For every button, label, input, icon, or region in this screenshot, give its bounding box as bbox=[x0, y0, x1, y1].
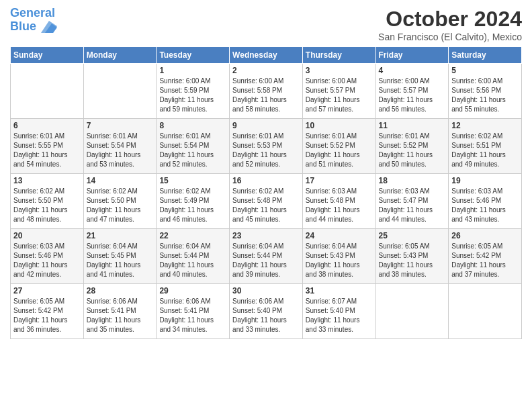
cell-w1-d7: 5Sunrise: 6:00 AM Sunset: 5:56 PM Daylig… bbox=[449, 64, 522, 119]
day-number: 27 bbox=[13, 286, 81, 295]
cell-w3-d2: 14Sunrise: 6:02 AM Sunset: 5:50 PM Dayli… bbox=[83, 174, 157, 229]
day-number: 17 bbox=[306, 176, 373, 185]
day-number: 28 bbox=[87, 286, 154, 295]
cell-w3-d4: 16Sunrise: 6:02 AM Sunset: 5:48 PM Dayli… bbox=[230, 174, 303, 229]
cell-w5-d7 bbox=[449, 284, 522, 339]
day-number: 26 bbox=[451, 231, 519, 240]
cell-info: Sunrise: 6:04 AM Sunset: 5:44 PM Dayligh… bbox=[159, 242, 226, 279]
cell-w1-d1 bbox=[11, 64, 84, 119]
cell-info: Sunrise: 6:06 AM Sunset: 5:41 PM Dayligh… bbox=[87, 297, 154, 334]
cell-info: Sunrise: 6:01 AM Sunset: 5:55 PM Dayligh… bbox=[13, 132, 81, 169]
cell-info: Sunrise: 6:01 AM Sunset: 5:52 PM Dayligh… bbox=[306, 132, 373, 169]
cell-w3-d3: 15Sunrise: 6:02 AM Sunset: 5:49 PM Dayli… bbox=[157, 174, 230, 229]
day-number: 20 bbox=[13, 231, 81, 240]
calendar-table: Sunday Monday Tuesday Wednesday Thursday… bbox=[10, 46, 522, 339]
cell-info: Sunrise: 6:06 AM Sunset: 5:40 PM Dayligh… bbox=[232, 297, 300, 334]
cell-info: Sunrise: 6:02 AM Sunset: 5:49 PM Dayligh… bbox=[159, 187, 226, 224]
cell-info: Sunrise: 6:02 AM Sunset: 5:50 PM Dayligh… bbox=[13, 187, 81, 224]
cell-info: Sunrise: 6:01 AM Sunset: 5:52 PM Dayligh… bbox=[379, 132, 446, 169]
cell-w2-d4: 9Sunrise: 6:01 AM Sunset: 5:53 PM Daylig… bbox=[230, 119, 303, 174]
cell-info: Sunrise: 6:04 AM Sunset: 5:43 PM Dayligh… bbox=[306, 242, 373, 279]
day-number: 19 bbox=[451, 176, 519, 185]
logo-general: General bbox=[10, 6, 55, 19]
header: General Blue October 2024 San Francisco … bbox=[10, 7, 522, 42]
col-saturday: Saturday bbox=[449, 47, 522, 64]
cell-w5-d3: 29Sunrise: 6:06 AM Sunset: 5:41 PM Dayli… bbox=[157, 284, 230, 339]
cell-w4-d2: 21Sunrise: 6:04 AM Sunset: 5:45 PM Dayli… bbox=[83, 229, 157, 284]
cell-w5-d6 bbox=[375, 284, 449, 339]
cell-info: Sunrise: 6:05 AM Sunset: 5:43 PM Dayligh… bbox=[379, 242, 446, 279]
calendar-header: Sunday Monday Tuesday Wednesday Thursday… bbox=[11, 47, 522, 64]
day-number: 23 bbox=[232, 231, 300, 240]
cell-info: Sunrise: 6:03 AM Sunset: 5:46 PM Dayligh… bbox=[13, 242, 81, 279]
cell-w2-d5: 10Sunrise: 6:01 AM Sunset: 5:52 PM Dayli… bbox=[302, 119, 375, 174]
cell-w4-d3: 22Sunrise: 6:04 AM Sunset: 5:44 PM Dayli… bbox=[157, 229, 230, 284]
cell-info: Sunrise: 6:00 AM Sunset: 5:59 PM Dayligh… bbox=[159, 77, 226, 114]
day-number: 22 bbox=[159, 231, 226, 240]
day-number: 18 bbox=[379, 176, 446, 185]
cell-info: Sunrise: 6:06 AM Sunset: 5:41 PM Dayligh… bbox=[159, 297, 226, 334]
day-number: 11 bbox=[379, 121, 446, 130]
cell-info: Sunrise: 6:05 AM Sunset: 5:42 PM Dayligh… bbox=[451, 242, 519, 279]
cell-info: Sunrise: 6:03 AM Sunset: 5:47 PM Dayligh… bbox=[379, 187, 446, 224]
day-number: 12 bbox=[451, 121, 519, 130]
header-row: Sunday Monday Tuesday Wednesday Thursday… bbox=[11, 47, 522, 64]
logo-text: General Blue bbox=[10, 7, 57, 34]
cell-w4-d4: 23Sunrise: 6:04 AM Sunset: 5:44 PM Dayli… bbox=[230, 229, 303, 284]
cell-info: Sunrise: 6:04 AM Sunset: 5:44 PM Dayligh… bbox=[232, 242, 300, 279]
cell-w1-d6: 4Sunrise: 6:00 AM Sunset: 5:57 PM Daylig… bbox=[375, 64, 449, 119]
cell-w1-d4: 2Sunrise: 6:00 AM Sunset: 5:58 PM Daylig… bbox=[230, 64, 303, 119]
week-row-1: 1Sunrise: 6:00 AM Sunset: 5:59 PM Daylig… bbox=[11, 64, 522, 119]
cell-w4-d1: 20Sunrise: 6:03 AM Sunset: 5:46 PM Dayli… bbox=[11, 229, 84, 284]
cell-info: Sunrise: 6:01 AM Sunset: 5:53 PM Dayligh… bbox=[232, 132, 300, 169]
cell-info: Sunrise: 6:00 AM Sunset: 5:56 PM Dayligh… bbox=[451, 77, 519, 114]
day-number: 8 bbox=[159, 121, 226, 130]
cell-info: Sunrise: 6:01 AM Sunset: 5:54 PM Dayligh… bbox=[159, 132, 226, 169]
col-thursday: Thursday bbox=[302, 47, 375, 64]
cell-w5-d2: 28Sunrise: 6:06 AM Sunset: 5:41 PM Dayli… bbox=[83, 284, 157, 339]
week-row-4: 20Sunrise: 6:03 AM Sunset: 5:46 PM Dayli… bbox=[11, 229, 522, 284]
cell-w1-d3: 1Sunrise: 6:00 AM Sunset: 5:59 PM Daylig… bbox=[157, 64, 230, 119]
day-number: 6 bbox=[13, 121, 81, 130]
logo-blue: Blue bbox=[10, 19, 36, 33]
cell-w4-d7: 26Sunrise: 6:05 AM Sunset: 5:42 PM Dayli… bbox=[449, 229, 522, 284]
day-number: 21 bbox=[87, 231, 154, 240]
month-title: October 2024 bbox=[378, 7, 522, 32]
cell-info: Sunrise: 6:05 AM Sunset: 5:42 PM Dayligh… bbox=[13, 297, 81, 334]
day-number: 3 bbox=[306, 66, 373, 75]
day-number: 31 bbox=[306, 286, 373, 295]
cell-info: Sunrise: 6:07 AM Sunset: 5:40 PM Dayligh… bbox=[306, 297, 373, 334]
cell-info: Sunrise: 6:04 AM Sunset: 5:45 PM Dayligh… bbox=[87, 242, 154, 279]
title-block: October 2024 San Francisco (El Calvito),… bbox=[378, 7, 522, 42]
col-wednesday: Wednesday bbox=[230, 47, 303, 64]
col-sunday: Sunday bbox=[11, 47, 84, 64]
day-number: 1 bbox=[159, 66, 226, 75]
day-number: 29 bbox=[159, 286, 226, 295]
cell-info: Sunrise: 6:03 AM Sunset: 5:48 PM Dayligh… bbox=[306, 187, 373, 224]
cell-w5-d1: 27Sunrise: 6:05 AM Sunset: 5:42 PM Dayli… bbox=[11, 284, 84, 339]
cell-info: Sunrise: 6:02 AM Sunset: 5:50 PM Dayligh… bbox=[87, 187, 154, 224]
week-row-2: 6Sunrise: 6:01 AM Sunset: 5:55 PM Daylig… bbox=[11, 119, 522, 174]
day-number: 14 bbox=[87, 176, 154, 185]
cell-info: Sunrise: 6:03 AM Sunset: 5:46 PM Dayligh… bbox=[451, 187, 519, 224]
cell-w2-d1: 6Sunrise: 6:01 AM Sunset: 5:55 PM Daylig… bbox=[11, 119, 84, 174]
cell-info: Sunrise: 6:00 AM Sunset: 5:57 PM Dayligh… bbox=[379, 77, 446, 114]
day-number: 25 bbox=[379, 231, 446, 240]
day-number: 2 bbox=[232, 66, 300, 75]
day-number: 15 bbox=[159, 176, 226, 185]
cell-w1-d5: 3Sunrise: 6:00 AM Sunset: 5:57 PM Daylig… bbox=[302, 64, 375, 119]
cell-w2-d2: 7Sunrise: 6:01 AM Sunset: 5:54 PM Daylig… bbox=[83, 119, 157, 174]
cell-w2-d3: 8Sunrise: 6:01 AM Sunset: 5:54 PM Daylig… bbox=[157, 119, 230, 174]
cell-info: Sunrise: 6:00 AM Sunset: 5:57 PM Dayligh… bbox=[306, 77, 373, 114]
cell-w2-d6: 11Sunrise: 6:01 AM Sunset: 5:52 PM Dayli… bbox=[375, 119, 449, 174]
cell-w3-d1: 13Sunrise: 6:02 AM Sunset: 5:50 PM Dayli… bbox=[11, 174, 84, 229]
week-row-3: 13Sunrise: 6:02 AM Sunset: 5:50 PM Dayli… bbox=[11, 174, 522, 229]
cell-w1-d2 bbox=[83, 64, 157, 119]
day-number: 9 bbox=[232, 121, 300, 130]
cell-w4-d5: 24Sunrise: 6:04 AM Sunset: 5:43 PM Dayli… bbox=[302, 229, 375, 284]
calendar-body: 1Sunrise: 6:00 AM Sunset: 5:59 PM Daylig… bbox=[11, 64, 522, 339]
cell-info: Sunrise: 6:01 AM Sunset: 5:54 PM Dayligh… bbox=[87, 132, 154, 169]
day-number: 7 bbox=[87, 121, 154, 130]
cell-w3-d7: 19Sunrise: 6:03 AM Sunset: 5:46 PM Dayli… bbox=[449, 174, 522, 229]
cell-w5-d5: 31Sunrise: 6:07 AM Sunset: 5:40 PM Dayli… bbox=[302, 284, 375, 339]
